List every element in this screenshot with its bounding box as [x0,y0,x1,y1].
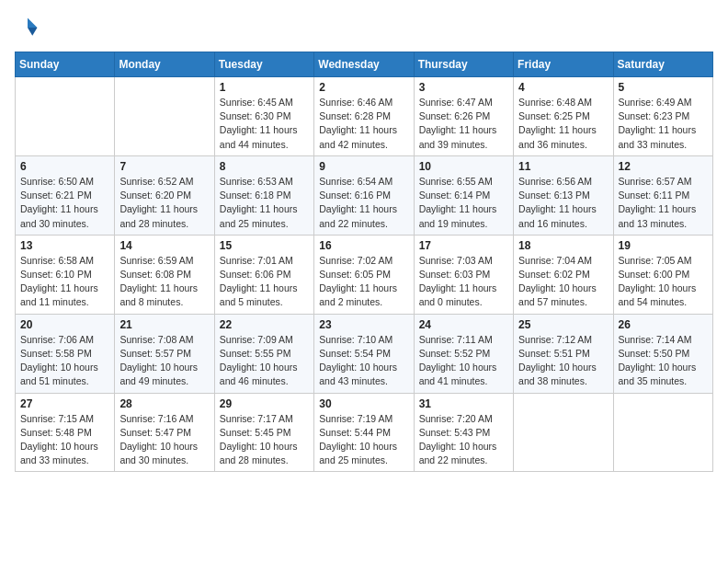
day-detail: Sunrise: 6:49 AM Sunset: 6:23 PM Dayligh… [619,96,708,152]
calendar-week-row: 6Sunrise: 6:50 AM Sunset: 6:21 PM Daylig… [16,155,713,235]
day-detail: Sunrise: 7:08 AM Sunset: 5:57 PM Dayligh… [119,333,209,389]
calendar-day-header: Friday [514,52,613,77]
day-number: 28 [119,397,209,410]
calendar-cell: 15Sunrise: 7:01 AM Sunset: 6:06 PM Dayli… [214,235,313,314]
day-detail: Sunrise: 7:06 AM Sunset: 5:58 PM Dayligh… [20,333,109,389]
day-number: 19 [619,239,708,252]
day-detail: Sunrise: 7:11 AM Sunset: 5:52 PM Dayligh… [419,333,508,389]
calendar-day-header: Wednesday [314,52,414,77]
calendar-cell: 25Sunrise: 7:12 AM Sunset: 5:51 PM Dayli… [514,314,613,393]
day-number: 8 [220,160,309,173]
day-detail: Sunrise: 7:19 AM Sunset: 5:44 PM Dayligh… [319,412,408,468]
day-number: 18 [518,239,608,252]
day-number: 3 [419,81,508,94]
day-number: 29 [220,397,309,410]
day-detail: Sunrise: 6:52 AM Sunset: 6:20 PM Dayligh… [119,175,209,231]
day-detail: Sunrise: 6:53 AM Sunset: 6:18 PM Dayligh… [220,175,309,231]
calendar-cell: 8Sunrise: 6:53 AM Sunset: 6:18 PM Daylig… [214,155,313,235]
day-detail: Sunrise: 6:45 AM Sunset: 6:30 PM Dayligh… [220,96,309,152]
day-number: 26 [619,318,708,331]
day-detail: Sunrise: 7:14 AM Sunset: 5:50 PM Dayligh… [619,333,708,389]
day-number: 1 [220,81,309,94]
day-detail: Sunrise: 6:54 AM Sunset: 6:16 PM Dayligh… [319,175,408,231]
calendar-cell [16,77,115,156]
calendar-cell: 27Sunrise: 7:15 AM Sunset: 5:48 PM Dayli… [16,393,115,472]
calendar-cell: 12Sunrise: 6:57 AM Sunset: 6:11 PM Dayli… [613,155,712,235]
calendar-cell: 28Sunrise: 7:16 AM Sunset: 5:47 PM Dayli… [115,393,214,472]
day-detail: Sunrise: 7:01 AM Sunset: 6:06 PM Dayligh… [220,254,309,310]
day-detail: Sunrise: 7:17 AM Sunset: 5:45 PM Dayligh… [220,412,309,468]
calendar-cell: 24Sunrise: 7:11 AM Sunset: 5:52 PM Dayli… [414,314,513,393]
calendar-cell: 21Sunrise: 7:08 AM Sunset: 5:57 PM Dayli… [115,314,214,393]
calendar-cell: 3Sunrise: 6:47 AM Sunset: 6:26 PM Daylig… [414,77,513,156]
day-number: 2 [319,81,408,94]
calendar-cell [115,77,214,156]
calendar-day-header: Thursday [414,52,513,77]
day-number: 12 [619,160,708,173]
calendar-cell: 17Sunrise: 7:03 AM Sunset: 6:03 PM Dayli… [414,235,513,314]
calendar-week-row: 20Sunrise: 7:06 AM Sunset: 5:58 PM Dayli… [16,314,713,393]
calendar-cell: 6Sunrise: 6:50 AM Sunset: 6:21 PM Daylig… [16,155,115,235]
logo-icon [15,15,40,40]
calendar-cell: 16Sunrise: 7:02 AM Sunset: 6:05 PM Dayli… [314,235,414,314]
calendar-cell [514,393,613,472]
calendar-cell [613,393,712,472]
day-number: 6 [20,160,109,173]
day-number: 16 [319,239,408,252]
calendar-cell: 29Sunrise: 7:17 AM Sunset: 5:45 PM Dayli… [214,393,313,472]
calendar-day-header: Saturday [613,52,712,77]
day-detail: Sunrise: 6:50 AM Sunset: 6:21 PM Dayligh… [20,175,109,231]
day-number: 30 [319,397,408,410]
calendar-cell: 10Sunrise: 6:55 AM Sunset: 6:14 PM Dayli… [414,155,513,235]
calendar-cell: 14Sunrise: 6:59 AM Sunset: 6:08 PM Dayli… [115,235,214,314]
day-detail: Sunrise: 6:59 AM Sunset: 6:08 PM Dayligh… [119,254,209,310]
day-number: 22 [220,318,309,331]
day-number: 9 [319,160,408,173]
calendar-day-header: Monday [115,52,214,77]
day-detail: Sunrise: 7:02 AM Sunset: 6:05 PM Dayligh… [319,254,408,310]
calendar-cell: 30Sunrise: 7:19 AM Sunset: 5:44 PM Dayli… [314,393,414,472]
calendar-cell: 20Sunrise: 7:06 AM Sunset: 5:58 PM Dayli… [16,314,115,393]
day-detail: Sunrise: 6:57 AM Sunset: 6:11 PM Dayligh… [619,175,708,231]
calendar-cell: 11Sunrise: 6:56 AM Sunset: 6:13 PM Dayli… [514,155,613,235]
calendar-cell: 5Sunrise: 6:49 AM Sunset: 6:23 PM Daylig… [613,77,712,156]
day-detail: Sunrise: 6:58 AM Sunset: 6:10 PM Dayligh… [20,254,109,310]
calendar-day-header: Sunday [16,52,115,77]
calendar-header-row: SundayMondayTuesdayWednesdayThursdayFrid… [16,52,713,77]
day-number: 21 [119,318,209,331]
calendar-day-header: Tuesday [214,52,313,77]
calendar-week-row: 27Sunrise: 7:15 AM Sunset: 5:48 PM Dayli… [16,393,713,472]
day-detail: Sunrise: 7:05 AM Sunset: 6:00 PM Dayligh… [619,254,708,310]
day-detail: Sunrise: 7:12 AM Sunset: 5:51 PM Dayligh… [518,333,608,389]
calendar-cell: 2Sunrise: 6:46 AM Sunset: 6:28 PM Daylig… [314,77,414,156]
calendar-cell: 9Sunrise: 6:54 AM Sunset: 6:16 PM Daylig… [314,155,414,235]
day-number: 17 [419,239,508,252]
day-detail: Sunrise: 7:20 AM Sunset: 5:43 PM Dayligh… [419,412,508,468]
day-number: 15 [220,239,309,252]
calendar-cell: 23Sunrise: 7:10 AM Sunset: 5:54 PM Dayli… [314,314,414,393]
calendar-cell: 26Sunrise: 7:14 AM Sunset: 5:50 PM Dayli… [613,314,712,393]
day-number: 27 [20,397,109,410]
day-detail: Sunrise: 7:15 AM Sunset: 5:48 PM Dayligh… [20,412,109,468]
calendar-cell: 31Sunrise: 7:20 AM Sunset: 5:43 PM Dayli… [414,393,513,472]
day-detail: Sunrise: 6:55 AM Sunset: 6:14 PM Dayligh… [419,175,508,231]
day-number: 4 [518,81,608,94]
day-number: 14 [119,239,209,252]
day-number: 23 [319,318,408,331]
day-detail: Sunrise: 7:16 AM Sunset: 5:47 PM Dayligh… [119,412,209,468]
day-number: 24 [419,318,508,331]
day-detail: Sunrise: 7:03 AM Sunset: 6:03 PM Dayligh… [419,254,508,310]
day-number: 10 [419,160,508,173]
svg-marker-1 [28,28,38,36]
calendar-cell: 22Sunrise: 7:09 AM Sunset: 5:55 PM Dayli… [214,314,313,393]
calendar-cell: 7Sunrise: 6:52 AM Sunset: 6:20 PM Daylig… [115,155,214,235]
calendar-cell: 13Sunrise: 6:58 AM Sunset: 6:10 PM Dayli… [16,235,115,314]
day-detail: Sunrise: 7:04 AM Sunset: 6:02 PM Dayligh… [518,254,608,310]
day-number: 5 [619,81,708,94]
page-header [15,15,713,40]
day-number: 13 [20,239,109,252]
day-detail: Sunrise: 6:46 AM Sunset: 6:28 PM Dayligh… [319,96,408,152]
day-number: 20 [20,318,109,331]
day-detail: Sunrise: 6:48 AM Sunset: 6:25 PM Dayligh… [518,96,608,152]
calendar-week-row: 13Sunrise: 6:58 AM Sunset: 6:10 PM Dayli… [16,235,713,314]
